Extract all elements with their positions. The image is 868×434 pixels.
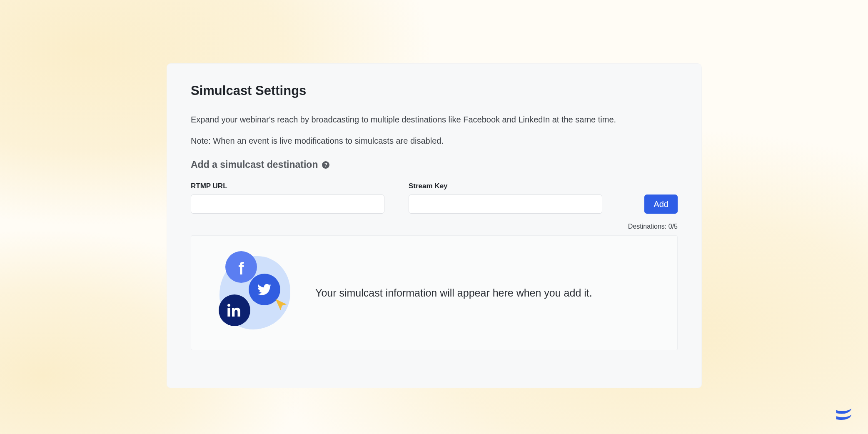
rtmp-input[interactable] bbox=[191, 195, 384, 214]
empty-state-panel: f Your simulcast information will appear… bbox=[191, 235, 678, 350]
add-button[interactable]: Add bbox=[644, 195, 678, 214]
page-title: Simulcast Settings bbox=[191, 83, 678, 98]
empty-state-text: Your simulcast information will appear h… bbox=[315, 287, 592, 299]
rtmp-field: RTMP URL bbox=[191, 182, 384, 214]
brand-icon bbox=[835, 404, 853, 422]
facebook-icon: f bbox=[225, 251, 257, 283]
subheading-row: Add a simulcast destination ? bbox=[191, 159, 678, 170]
help-icon[interactable]: ? bbox=[322, 161, 329, 169]
social-illustration: f bbox=[208, 251, 295, 334]
destinations-count: Destinations: 0/5 bbox=[191, 223, 678, 230]
rtmp-label: RTMP URL bbox=[191, 182, 384, 190]
note-text: Note: When an event is live modification… bbox=[191, 136, 678, 146]
settings-card: Simulcast Settings Expand your webinar's… bbox=[167, 63, 702, 388]
add-destination-form: RTMP URL Stream Key Add bbox=[191, 182, 678, 214]
linkedin-icon bbox=[219, 294, 250, 326]
stream-key-label: Stream Key bbox=[409, 182, 602, 190]
add-destination-heading: Add a simulcast destination bbox=[191, 159, 318, 170]
description-text: Expand your webinar's reach by broadcast… bbox=[191, 115, 678, 125]
stream-key-input[interactable] bbox=[409, 195, 602, 214]
cursor-icon bbox=[274, 298, 289, 313]
stream-key-field: Stream Key bbox=[409, 182, 602, 214]
